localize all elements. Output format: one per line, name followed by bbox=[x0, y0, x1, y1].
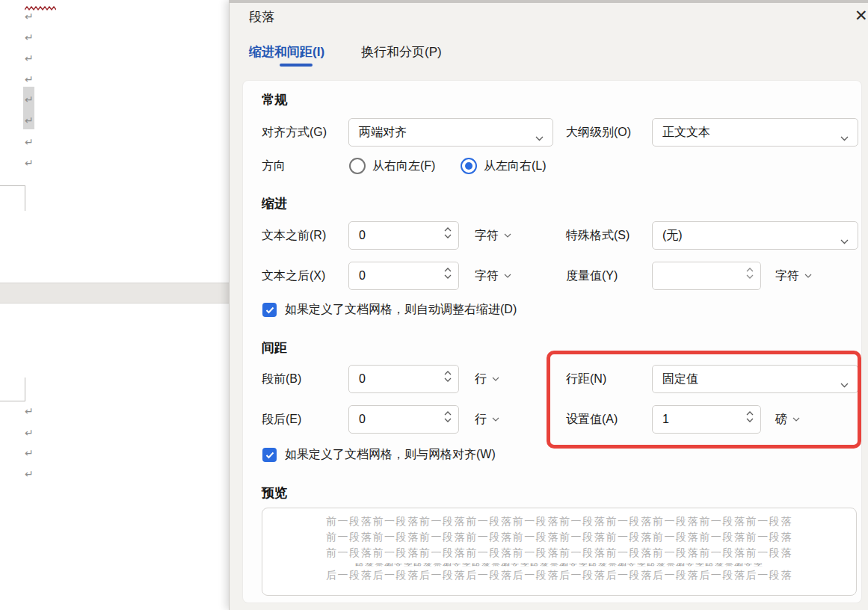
checkbox-checked-icon[interactable] bbox=[262, 448, 277, 462]
outline-level-value: 正文文本 bbox=[662, 125, 710, 141]
at-value-label: 设置值(A) bbox=[566, 405, 618, 434]
radio-left-to-right[interactable] bbox=[461, 158, 477, 174]
left-to-right-label[interactable]: 从左向右(L) bbox=[484, 157, 547, 175]
document-pane: ↵ ↵ ↵ ↵ ↵ ↵ ↵ ↵ ↵ ↵ ↵ ↵ bbox=[0, 0, 229, 610]
indent-after-unit-select[interactable]: 字符 bbox=[475, 262, 511, 290]
chevron-down-icon bbox=[804, 274, 812, 278]
line-spacing-value: 固定值 bbox=[662, 372, 698, 387]
chevron-down-icon bbox=[504, 274, 511, 278]
special-format-value: (无) bbox=[662, 228, 683, 244]
preview-sample-line-compressed: 段落示例文字段落示例文字段落示例文字段落示例文字段落示例文字段落示例文字段落示例… bbox=[305, 562, 813, 566]
indent-after-text-label: 文本之后(X) bbox=[262, 262, 325, 290]
indent-before-unit-select[interactable]: 字符 bbox=[475, 221, 511, 250]
preview-line-before: 前一段落前一段落前一段落前一段落前一段落前一段落前一段落前一段落前一段落前一段落 bbox=[305, 545, 813, 561]
paragraph-mark-selected: ↵ bbox=[25, 93, 37, 106]
space-after-unit-value: 行 bbox=[475, 412, 487, 428]
section-heading-indent: 缩进 bbox=[262, 195, 287, 212]
space-before-unit-value: 行 bbox=[475, 372, 487, 387]
indent-after-text-input[interactable]: 0 bbox=[348, 262, 459, 290]
at-unit-select[interactable]: 磅 bbox=[775, 405, 800, 434]
section-heading-preview: 预览 bbox=[262, 484, 287, 502]
indent-before-text-value: 0 bbox=[359, 229, 366, 242]
space-after-unit-select[interactable]: 行 bbox=[475, 405, 499, 434]
space-before-input[interactable]: 0 bbox=[348, 365, 459, 393]
preview-line-before: 前一段落前一段落前一段落前一段落前一段落前一段落前一段落前一段落前一段落前一段落 bbox=[305, 529, 813, 545]
radio-right-to-left[interactable] bbox=[349, 158, 366, 174]
paragraph-mark: ↵ bbox=[25, 73, 37, 86]
text-boundary-corner bbox=[25, 185, 25, 211]
chevron-down-icon bbox=[492, 417, 499, 422]
space-before-unit-select[interactable]: 行 bbox=[475, 365, 499, 393]
tab-line-and-page-breaks[interactable]: 换行和分页(P) bbox=[361, 43, 442, 61]
snap-to-grid-label: 如果定义了文档网格，则与网格对齐(W) bbox=[285, 447, 496, 463]
paragraph-mark: ↵ bbox=[25, 446, 37, 460]
paragraph-mark: ↵ bbox=[25, 135, 37, 149]
paragraph-mark: ↵ bbox=[25, 31, 37, 44]
paragraph-mark: ↵ bbox=[25, 426, 37, 440]
indent-before-text-label: 文本之前(R) bbox=[262, 221, 326, 250]
spinner-arrows-icon[interactable] bbox=[444, 411, 452, 422]
text-boundary-corner bbox=[0, 185, 25, 186]
text-boundary-corner bbox=[0, 401, 25, 401]
dialog-top-strip bbox=[230, 0, 868, 3]
indent-after-unit-value: 字符 bbox=[475, 268, 499, 284]
special-format-select[interactable]: (无) bbox=[652, 221, 858, 250]
paragraph-mark: ↵ bbox=[25, 156, 37, 170]
paragraph-mark: ↵ bbox=[25, 52, 37, 65]
paragraph-dialog: 段落 ✕ 缩进和间距(I) 换行和分页(P) 常规 对齐方式(G) 两端对齐 大… bbox=[229, 0, 868, 610]
spinner-arrows-icon[interactable] bbox=[746, 411, 754, 422]
spellcheck-squiggle bbox=[25, 0, 56, 4]
chevron-down-icon bbox=[535, 131, 544, 144]
spinner-arrows-icon[interactable] bbox=[444, 371, 452, 382]
close-icon[interactable]: ✕ bbox=[855, 4, 868, 27]
alignment-label: 对齐方式(G) bbox=[262, 118, 327, 147]
dialog-content-card: 常规 对齐方式(G) 两端对齐 大纲级别(O) 正文文本 方向 从右向左(F) … bbox=[242, 80, 862, 603]
at-unit-value: 磅 bbox=[775, 412, 787, 428]
direction-label: 方向 bbox=[262, 152, 286, 180]
right-to-left-label[interactable]: 从右向左(F) bbox=[372, 157, 435, 175]
measure-value-label: 度量值(Y) bbox=[566, 262, 618, 290]
line-spacing-select[interactable]: 固定值 bbox=[652, 365, 858, 393]
line-spacing-label: 行距(N) bbox=[566, 365, 606, 393]
special-format-label: 特殊格式(S) bbox=[566, 221, 630, 250]
preview-line-after: 后一段落后一段落后一段落后一段落后一段落后一段落后一段落后一段落后一段落后一段落 bbox=[305, 567, 813, 583]
at-value-input[interactable]: 1 bbox=[652, 405, 761, 434]
spinner-arrows-icon[interactable] bbox=[444, 268, 452, 279]
tab-indents-and-spacing[interactable]: 缩进和间距(I) bbox=[249, 43, 324, 61]
spinner-arrows-icon[interactable] bbox=[746, 268, 754, 279]
at-value: 1 bbox=[662, 413, 669, 426]
indent-after-text-value: 0 bbox=[359, 269, 366, 283]
active-tab-underline bbox=[280, 64, 313, 67]
text-boundary-corner bbox=[25, 378, 25, 401]
alignment-select[interactable]: 两端对齐 bbox=[348, 118, 553, 147]
snap-to-grid-checkbox-row[interactable]: 如果定义了文档网格，则与网格对齐(W) bbox=[262, 447, 496, 463]
outline-level-label: 大纲级别(O) bbox=[566, 118, 631, 147]
chevron-down-icon bbox=[840, 378, 849, 391]
preview-line-before: 前一段落前一段落前一段落前一段落前一段落前一段落前一段落前一段落前一段落前一段落 bbox=[305, 514, 813, 529]
chevron-down-icon bbox=[840, 131, 849, 144]
preview-box: 前一段落前一段落前一段落前一段落前一段落前一段落前一段落前一段落前一段落前一段落… bbox=[262, 508, 857, 596]
paragraph-mark: ↵ bbox=[25, 467, 37, 481]
space-before-label: 段前(B) bbox=[262, 365, 301, 393]
spinner-arrows-icon[interactable] bbox=[444, 227, 452, 238]
chevron-down-icon bbox=[492, 377, 499, 381]
checkbox-checked-icon[interactable] bbox=[262, 303, 277, 317]
indent-before-unit-value: 字符 bbox=[475, 228, 499, 244]
dialog-title: 段落 bbox=[249, 8, 274, 25]
outline-level-select[interactable]: 正文文本 bbox=[652, 118, 858, 147]
paragraph-mark: ↵ bbox=[25, 404, 37, 418]
space-after-value: 0 bbox=[359, 413, 366, 426]
paragraph-mark: ↵ bbox=[25, 10, 37, 23]
chevron-down-icon bbox=[504, 233, 511, 238]
paragraph-mark-selected: ↵ bbox=[25, 114, 37, 127]
auto-adjust-right-indent-checkbox-row[interactable]: 如果定义了文档网格，则自动调整右缩进(D) bbox=[262, 302, 517, 318]
measure-value-input[interactable] bbox=[652, 262, 761, 290]
chevron-down-icon bbox=[792, 417, 800, 422]
space-after-input[interactable]: 0 bbox=[348, 405, 459, 434]
measure-unit-select[interactable]: 字符 bbox=[775, 262, 812, 290]
section-heading-spacing: 间距 bbox=[262, 339, 287, 357]
chevron-down-icon bbox=[840, 234, 849, 247]
page-break-gap bbox=[0, 283, 229, 304]
indent-before-text-input[interactable]: 0 bbox=[348, 221, 459, 250]
auto-adjust-right-indent-label: 如果定义了文档网格，则自动调整右缩进(D) bbox=[285, 302, 517, 318]
